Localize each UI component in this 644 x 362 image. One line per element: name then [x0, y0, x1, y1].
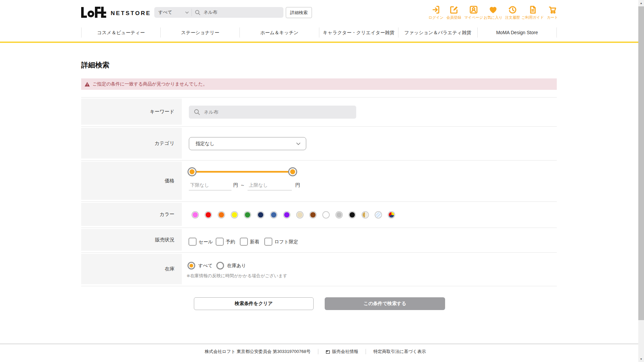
footer-link-company-info[interactable]: 販売会社情報	[326, 349, 358, 355]
footer-company-text: 株式会社ロフト 東京都公安委員会 第303319700768号	[205, 349, 311, 355]
color-swatch-white[interactable]	[322, 211, 330, 219]
quick-link-register[interactable]: 会員登録	[446, 5, 461, 20]
color-swatch-gold[interactable]	[362, 211, 369, 219]
footer-link-label: 販売会社情報	[332, 349, 358, 355]
loft-logo-icon	[81, 7, 107, 18]
radio-button[interactable]	[216, 262, 224, 269]
color-swatch-gray[interactable]	[335, 211, 343, 219]
quick-link-cart[interactable]: カート	[547, 5, 558, 20]
nav-item-fashion[interactable]: ファッション＆バラエティ雑貨	[398, 27, 477, 38]
scrollbar-down-arrow[interactable]: ▼	[638, 358, 644, 361]
price-label: 価格	[81, 162, 182, 200]
scrollbar-thumb[interactable]	[638, 6, 644, 320]
price-unit-max: 円	[295, 181, 300, 190]
search-divider	[192, 9, 192, 16]
register-icon	[449, 5, 459, 14]
store-icon	[326, 350, 330, 354]
logo-store-text: NETSTORE	[111, 10, 151, 17]
quick-link-label: カート	[547, 15, 558, 20]
checkbox-label: 予約	[226, 238, 235, 246]
advanced-search-form: キーワード ネル布 カテゴリ 指定なし 価格 下限なし 円 ～ 上限なし 円	[81, 97, 557, 286]
price-min-input[interactable]: 下限なし	[189, 181, 231, 190]
radio-all[interactable]: すべて	[187, 262, 213, 269]
footer-link-label: 特定商取引法に基づく表示	[373, 349, 426, 355]
stock-note: ※在庫情報の反映に時間がかかる場合がございます	[186, 273, 287, 279]
radio-label: 在庫あり	[227, 263, 246, 269]
radio-button-selected[interactable]	[187, 262, 195, 269]
checkbox-box[interactable]	[240, 238, 248, 246]
checkbox-label: セール	[199, 238, 213, 246]
keyword-input[interactable]: ネル布	[189, 106, 356, 119]
checkbox-new[interactable]: 新着	[240, 238, 259, 246]
footer-link-legal[interactable]: 特定商取引法に基づく表示	[373, 349, 426, 355]
submit-search-button[interactable]: この条件で検索する	[325, 297, 445, 310]
quick-link-login[interactable]: ログイン	[428, 5, 443, 20]
form-row-price: 価格 下限なし 円 ～ 上限なし 円	[81, 161, 557, 202]
nav-item-moma[interactable]: MoMA Design Store	[477, 27, 557, 38]
checkbox-box[interactable]	[189, 238, 197, 246]
form-row-sales-status: 販売状況 セール 予約 新着 ロフト限定	[81, 228, 557, 253]
color-swatch-purple[interactable]	[283, 211, 290, 219]
search-scope-select[interactable]: すべて	[154, 9, 185, 15]
stock-label: 在庫	[81, 254, 182, 284]
advanced-search-button[interactable]: 詳細検索	[286, 7, 312, 18]
footer: 株式会社ロフト 東京都公安委員会 第303319700768号 販売会社情報 特…	[0, 349, 631, 355]
history-icon	[508, 5, 517, 14]
clear-search-button[interactable]: 検索条件をクリア	[194, 297, 314, 310]
checkbox-sale[interactable]: セール	[189, 238, 213, 246]
color-swatch-yellow[interactable]	[231, 211, 238, 219]
footer-separator	[366, 349, 366, 354]
category-select[interactable]: 指定なし	[189, 137, 306, 150]
quick-link-mypage[interactable]: マイページ	[464, 5, 483, 20]
login-icon	[431, 5, 441, 14]
loft-netstore-advanced-search-page: NETSTORE すべて ネル布 詳細検索 ログイン 会員登録 マイページ お気…	[0, 0, 644, 362]
color-label: カラー	[81, 203, 182, 226]
quick-link-history[interactable]: 注文履歴	[505, 5, 520, 20]
header-search-bar[interactable]: すべて ネル布	[154, 7, 283, 18]
color-swatch-clear[interactable]	[375, 211, 382, 219]
search-icon	[194, 109, 200, 115]
price-max-input[interactable]: 上限なし	[248, 181, 292, 190]
color-swatch-brown[interactable]	[309, 211, 317, 219]
checkbox-box[interactable]	[264, 238, 272, 246]
checkbox-reserve[interactable]: 予約	[216, 238, 235, 246]
radio-in-stock[interactable]: 在庫あり	[216, 262, 246, 269]
color-swatch-orange[interactable]	[218, 211, 225, 219]
checkbox-box[interactable]	[216, 238, 224, 246]
color-swatch-blue[interactable]	[270, 211, 277, 219]
form-row-category: カテゴリ 指定なし	[81, 127, 557, 161]
quick-link-guide[interactable]: ご利用ガイド	[521, 5, 544, 20]
nav-item-home-kitchen[interactable]: ホーム＆キッチン	[239, 27, 319, 38]
nav-item-stationery[interactable]: ステーショナリー	[160, 27, 239, 38]
search-input[interactable]: ネル布	[204, 9, 217, 15]
nav-item-character[interactable]: キャラクター・クリエイター雑貨	[319, 27, 398, 38]
form-row-color: カラー	[81, 202, 557, 228]
color-swatch-multicolor[interactable]	[388, 211, 395, 219]
price-slider-handle-max[interactable]	[288, 167, 297, 176]
color-swatch-red[interactable]	[205, 211, 212, 219]
loft-logo[interactable]: NETSTORE	[81, 7, 151, 18]
price-slider-track[interactable]	[192, 171, 293, 173]
category-label: カテゴリ	[81, 128, 182, 159]
color-swatch-navy[interactable]	[257, 211, 264, 219]
cart-icon	[548, 5, 557, 14]
scrollbar[interactable]: ▲ ▼	[638, 0, 644, 362]
checkbox-loft-limited[interactable]: ロフト限定	[264, 238, 298, 246]
quick-link-label: マイページ	[464, 15, 483, 20]
color-swatch-green[interactable]	[244, 211, 251, 219]
chevron-down-icon	[185, 11, 189, 14]
checkbox-label: 新着	[250, 238, 259, 246]
quick-link-label: 注文履歴	[505, 15, 520, 20]
radio-label: すべて	[198, 263, 213, 269]
price-slider-handle-min[interactable]	[187, 167, 197, 176]
quick-link-favorites[interactable]: お気に入り	[484, 5, 502, 20]
color-swatch-beige[interactable]	[296, 211, 304, 219]
footer-divider	[0, 344, 644, 344]
color-swatch-black[interactable]	[348, 211, 356, 219]
color-swatch-pink[interactable]	[192, 211, 199, 219]
warning-icon	[85, 82, 90, 87]
scrollbar-up-arrow[interactable]: ▲	[638, 2, 644, 5]
main-nav: コスメ＆ビューティー ステーショナリー ホーム＆キッチン キャラクター・クリエイ…	[81, 27, 557, 38]
price-range-separator: ～	[240, 181, 245, 190]
nav-item-cosme[interactable]: コスメ＆ビューティー	[81, 27, 160, 38]
